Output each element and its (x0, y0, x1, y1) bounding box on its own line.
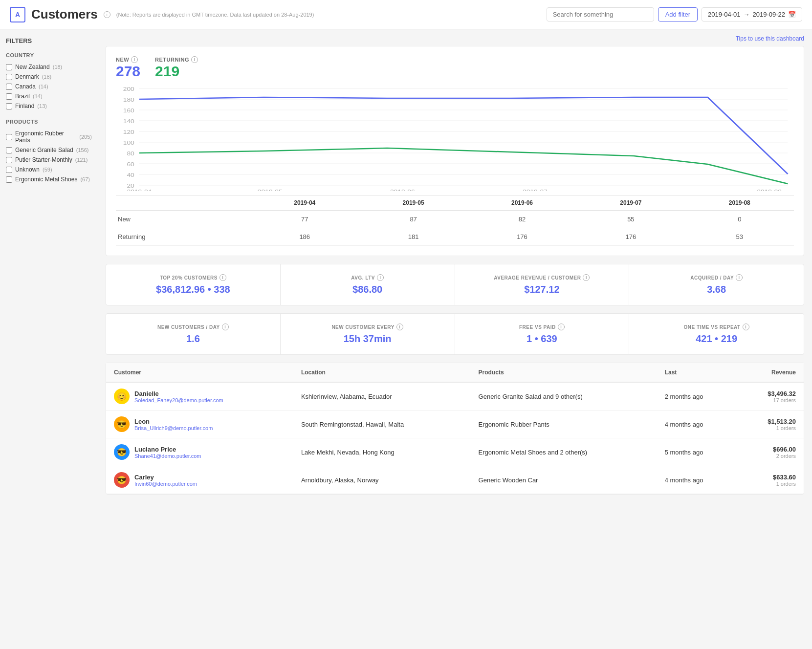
period-row-label: New (116, 211, 250, 228)
product-name: Unknown (15, 166, 40, 173)
product-checkbox[interactable] (6, 134, 12, 140)
metric-cell: AVERAGE REVENUE / CUSTOMER i$127.12 (455, 264, 630, 305)
period-table-row: New778782550 (116, 211, 794, 228)
product-filter-item[interactable]: Ergonomic Rubber Pants (205) (6, 129, 92, 145)
date-end: 2019-09-22 (753, 11, 786, 18)
metric-value: 1.6 (116, 333, 270, 345)
new-info-icon[interactable]: i (131, 56, 138, 63)
product-filter-item[interactable]: Unknown (59) (6, 165, 92, 174)
table-row[interactable]: 😊 Danielle Soledad_Fahey20@demo.putler.c… (106, 382, 804, 411)
customer-last: 4 months ago (657, 466, 738, 494)
country-filter-item[interactable]: New Zealand (18) (6, 62, 92, 72)
customer-location: Kshlerinview, Alabama, Ecuador (293, 382, 471, 411)
metric-info-icon[interactable]: i (743, 324, 749, 330)
metric-value: 1 • 639 (465, 333, 619, 345)
metric-info-icon[interactable]: i (219, 274, 226, 281)
customer-location: Arnoldbury, Alaska, Norway (293, 466, 471, 494)
customer-last: 2 months ago (657, 382, 738, 411)
country-checkbox[interactable] (6, 93, 12, 100)
country-checkbox[interactable] (6, 64, 12, 70)
filters-title: FILTERS (6, 37, 92, 44)
product-filter-list: Ergonomic Rubber Pants (205) Generic Gra… (6, 129, 92, 184)
svg-text:100: 100 (123, 140, 134, 146)
country-filter-list: New Zealand (18) Denmark (18) Canada (14… (6, 62, 92, 111)
new-section: NEW i 278 (116, 56, 140, 80)
svg-text:20: 20 (127, 183, 134, 189)
nr-header: NEW i 278 RETURNING i 219 (116, 56, 794, 80)
metric-label: AVERAGE REVENUE / CUSTOMER i (465, 274, 619, 281)
avatar: 😎 (114, 472, 130, 488)
period-row-value: 176 (576, 228, 685, 246)
country-checkbox[interactable] (6, 103, 12, 109)
product-filter-item[interactable]: Putler Starter-Monthly (121) (6, 155, 92, 165)
metric-cell: NEW CUSTOMERS / DAY i1.6 (106, 314, 281, 354)
metric-info-icon[interactable]: i (583, 274, 590, 281)
product-name: Putler Starter-Monthly (15, 156, 72, 163)
metric-info-icon[interactable]: i (558, 324, 565, 330)
period-row-value: 87 (359, 211, 467, 228)
svg-text:180: 180 (123, 97, 134, 103)
avatar: 😎 (114, 416, 130, 432)
title-info-icon[interactable]: i (104, 11, 110, 18)
metric-info-icon[interactable]: i (396, 324, 403, 330)
table-row[interactable]: 😎 Leon Brisa_Ullrich9@demo.putler.com So… (106, 411, 804, 438)
date-range-picker[interactable]: 2019-04-01 → 2019-09-22 📅 (702, 7, 802, 22)
date-separator: → (744, 11, 750, 18)
country-filter-item[interactable]: Finland (13) (6, 101, 92, 111)
metric-label: ACQUIRED / DAY i (639, 274, 794, 281)
metric-label: AVG. LTV i (290, 274, 445, 281)
products-section-title: PRODUCTS (6, 119, 92, 125)
table-row[interactable]: 😎 Carley Irwin60@demo.putler.com Arnoldb… (106, 466, 804, 494)
customer-email: Brisa_Ullrich9@demo.putler.com (134, 425, 213, 431)
product-filter-item[interactable]: Ergonomic Metal Shoes (67) (6, 174, 92, 184)
period-col-header: 2019-08 (685, 195, 794, 211)
product-checkbox[interactable] (6, 176, 12, 183)
metric-info-icon[interactable]: i (377, 274, 384, 281)
product-filter-item[interactable]: Generic Granite Salad (156) (6, 145, 92, 155)
table-row[interactable]: 😎 Luciano Price Shane41@demo.putler.com … (106, 438, 804, 466)
new-label: NEW i (116, 56, 140, 63)
country-name: New Zealand (15, 64, 50, 70)
period-row-value: 186 (250, 228, 359, 246)
product-count: (59) (43, 167, 52, 173)
country-name: Denmark (15, 73, 39, 80)
country-count: (14) (33, 93, 43, 99)
country-count: (13) (37, 103, 47, 109)
metric-value: 15h 37min (290, 333, 445, 345)
main-layout: FILTERS COUNTRY New Zealand (18) Denmark… (0, 29, 812, 649)
customer-location: South Remingtonstad, Hawaii, Malta (293, 411, 471, 438)
customer-info-cell: 😎 Luciano Price Shane41@demo.putler.com (106, 438, 293, 466)
product-checkbox[interactable] (6, 167, 12, 173)
customer-email: Soledad_Fahey20@demo.putler.com (134, 397, 223, 403)
country-filter-item[interactable]: Canada (14) (6, 82, 92, 91)
new-returning-card: NEW i 278 RETURNING i 219 (106, 46, 804, 256)
country-filter-item[interactable]: Brazil (14) (6, 91, 92, 101)
metric-value: 421 • 219 (639, 333, 794, 345)
country-checkbox[interactable] (6, 74, 12, 80)
metric-label: TOP 20% CUSTOMERS i (116, 274, 270, 281)
tips-link[interactable]: Tips to use this dashboard (106, 35, 804, 42)
metric-value: $127.12 (465, 284, 619, 295)
metric-cell: AVG. LTV i$86.80 (281, 264, 455, 305)
country-filter-item[interactable]: Denmark (18) (6, 72, 92, 82)
add-filter-button[interactable]: Add filter (658, 7, 698, 22)
metric-value: $86.80 (290, 284, 445, 295)
metrics-row-2: NEW CUSTOMERS / DAY i1.6NEW CUSTOMER EVE… (106, 313, 804, 355)
returning-info-icon[interactable]: i (191, 56, 198, 63)
customer-name: Carley (134, 474, 197, 481)
metric-info-icon[interactable]: i (222, 324, 229, 330)
customer-revenue: $696.00 2 orders (738, 438, 804, 466)
metric-cell: ACQUIRED / DAY i3.68 (629, 264, 804, 305)
customer-info-cell: 😎 Leon Brisa_Ullrich9@demo.putler.com (106, 411, 293, 438)
search-input[interactable] (547, 7, 654, 22)
cust-col-header: Last (657, 363, 738, 382)
customer-revenue: $633.60 1 orders (738, 466, 804, 494)
period-row-value: 181 (359, 228, 467, 246)
product-checkbox[interactable] (6, 147, 12, 153)
returning-section: RETURNING i 219 (155, 56, 198, 80)
metric-info-icon[interactable]: i (736, 274, 743, 281)
period-row-value: 176 (468, 228, 576, 246)
product-checkbox[interactable] (6, 157, 12, 163)
product-count: (205) (79, 134, 92, 140)
country-checkbox[interactable] (6, 84, 12, 90)
